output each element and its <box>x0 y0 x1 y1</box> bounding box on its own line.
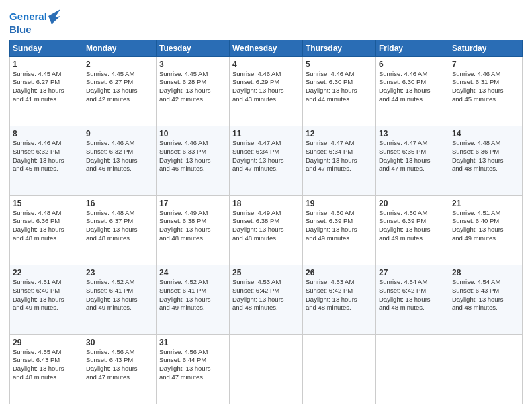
day-number: 27 <box>379 268 446 277</box>
day-number: 10 <box>159 129 226 138</box>
calendar-cell: 3Sunrise: 4:45 AM Sunset: 6:28 PM Daylig… <box>157 56 230 126</box>
calendar-cell: 15Sunrise: 4:48 AM Sunset: 6:36 PM Dayli… <box>10 195 83 265</box>
header-thursday: Thursday <box>303 40 376 56</box>
calendar-cell: 16Sunrise: 4:48 AM Sunset: 6:37 PM Dayli… <box>83 195 157 265</box>
svg-marker-0 <box>48 9 60 24</box>
calendar-cell: 24Sunrise: 4:52 AM Sunset: 6:41 PM Dayli… <box>157 265 230 335</box>
calendar-cell: 19Sunrise: 4:50 AM Sunset: 6:39 PM Dayli… <box>303 195 376 265</box>
logo: General Blue <box>9 9 60 36</box>
calendar-cell: 11Sunrise: 4:47 AM Sunset: 6:34 PM Dayli… <box>230 126 303 196</box>
day-info: Sunrise: 4:55 AM Sunset: 6:43 PM Dayligh… <box>13 348 80 382</box>
day-info: Sunrise: 4:47 AM Sunset: 6:34 PM Dayligh… <box>306 139 373 173</box>
day-info: Sunrise: 4:54 AM Sunset: 6:42 PM Dayligh… <box>379 278 446 312</box>
calendar-cell: 4Sunrise: 4:46 AM Sunset: 6:29 PM Daylig… <box>230 56 303 126</box>
week-row-1: 1Sunrise: 4:45 AM Sunset: 6:27 PM Daylig… <box>10 56 523 126</box>
day-info: Sunrise: 4:46 AM Sunset: 6:32 PM Dayligh… <box>13 139 80 173</box>
day-info: Sunrise: 4:49 AM Sunset: 6:38 PM Dayligh… <box>232 209 300 243</box>
page: General Blue SundayMondayTuesdayWednesda… <box>0 0 532 411</box>
day-number: 30 <box>86 338 153 347</box>
day-number: 1 <box>13 60 80 69</box>
calendar-cell <box>376 334 449 404</box>
day-info: Sunrise: 4:56 AM Sunset: 6:43 PM Dayligh… <box>86 348 153 382</box>
calendar-cell: 26Sunrise: 4:53 AM Sunset: 6:42 PM Dayli… <box>303 265 376 335</box>
day-info: Sunrise: 4:48 AM Sunset: 6:36 PM Dayligh… <box>452 139 519 173</box>
calendar-cell: 18Sunrise: 4:49 AM Sunset: 6:38 PM Dayli… <box>230 195 303 265</box>
day-info: Sunrise: 4:51 AM Sunset: 6:40 PM Dayligh… <box>452 209 519 243</box>
day-number: 4 <box>232 60 300 69</box>
day-info: Sunrise: 4:54 AM Sunset: 6:43 PM Dayligh… <box>452 278 519 312</box>
calendar-table: SundayMondayTuesdayWednesdayThursdayFrid… <box>9 40 523 405</box>
calendar-cell: 31Sunrise: 4:56 AM Sunset: 6:44 PM Dayli… <box>157 334 230 404</box>
day-number: 5 <box>306 60 373 69</box>
calendar-cell: 2Sunrise: 4:45 AM Sunset: 6:27 PM Daylig… <box>83 56 157 126</box>
day-info: Sunrise: 4:53 AM Sunset: 6:42 PM Dayligh… <box>232 278 300 312</box>
day-number: 21 <box>452 199 519 208</box>
day-number: 28 <box>452 268 519 277</box>
header-wednesday: Wednesday <box>230 40 303 56</box>
day-number: 8 <box>13 129 80 138</box>
day-info: Sunrise: 4:46 AM Sunset: 6:30 PM Dayligh… <box>379 70 446 104</box>
day-number: 24 <box>159 268 226 277</box>
week-row-2: 8Sunrise: 4:46 AM Sunset: 6:32 PM Daylig… <box>10 126 523 196</box>
day-number: 13 <box>379 129 446 138</box>
day-info: Sunrise: 4:46 AM Sunset: 6:33 PM Dayligh… <box>159 139 226 173</box>
header-monday: Monday <box>83 40 157 56</box>
day-number: 17 <box>159 199 226 208</box>
day-info: Sunrise: 4:46 AM Sunset: 6:32 PM Dayligh… <box>86 139 153 173</box>
calendar-cell: 14Sunrise: 4:48 AM Sunset: 6:36 PM Dayli… <box>449 126 523 196</box>
day-number: 16 <box>86 199 153 208</box>
day-number: 23 <box>86 268 153 277</box>
calendar-cell <box>449 334 523 404</box>
calendar-header-row: SundayMondayTuesdayWednesdayThursdayFrid… <box>10 40 523 56</box>
header-tuesday: Tuesday <box>157 40 230 56</box>
logo-text-blue: Blue <box>9 24 60 36</box>
calendar-cell: 7Sunrise: 4:46 AM Sunset: 6:31 PM Daylig… <box>449 56 523 126</box>
header: General Blue <box>9 7 523 36</box>
day-info: Sunrise: 4:47 AM Sunset: 6:34 PM Dayligh… <box>232 139 300 173</box>
day-info: Sunrise: 4:53 AM Sunset: 6:42 PM Dayligh… <box>306 278 373 312</box>
day-info: Sunrise: 4:52 AM Sunset: 6:41 PM Dayligh… <box>159 278 226 312</box>
header-sunday: Sunday <box>10 40 83 56</box>
calendar-cell: 13Sunrise: 4:47 AM Sunset: 6:35 PM Dayli… <box>376 126 449 196</box>
logo-bird-icon <box>48 9 60 24</box>
calendar-cell: 12Sunrise: 4:47 AM Sunset: 6:34 PM Dayli… <box>303 126 376 196</box>
week-row-3: 15Sunrise: 4:48 AM Sunset: 6:36 PM Dayli… <box>10 195 523 265</box>
day-number: 3 <box>159 60 226 69</box>
day-info: Sunrise: 4:48 AM Sunset: 6:37 PM Dayligh… <box>86 209 153 243</box>
calendar-cell <box>303 334 376 404</box>
calendar-cell <box>230 334 303 404</box>
calendar-cell: 22Sunrise: 4:51 AM Sunset: 6:40 PM Dayli… <box>10 265 83 335</box>
day-number: 9 <box>86 129 153 138</box>
calendar-cell: 28Sunrise: 4:54 AM Sunset: 6:43 PM Dayli… <box>449 265 523 335</box>
calendar-cell: 23Sunrise: 4:52 AM Sunset: 6:41 PM Dayli… <box>83 265 157 335</box>
header-friday: Friday <box>376 40 449 56</box>
calendar-cell: 25Sunrise: 4:53 AM Sunset: 6:42 PM Dayli… <box>230 265 303 335</box>
day-info: Sunrise: 4:45 AM Sunset: 6:27 PM Dayligh… <box>86 70 153 104</box>
day-info: Sunrise: 4:48 AM Sunset: 6:36 PM Dayligh… <box>13 209 80 243</box>
day-info: Sunrise: 4:46 AM Sunset: 6:29 PM Dayligh… <box>232 70 300 104</box>
calendar-cell: 9Sunrise: 4:46 AM Sunset: 6:32 PM Daylig… <box>83 126 157 196</box>
day-number: 18 <box>232 199 300 208</box>
day-info: Sunrise: 4:51 AM Sunset: 6:40 PM Dayligh… <box>13 278 80 312</box>
day-info: Sunrise: 4:45 AM Sunset: 6:28 PM Dayligh… <box>159 70 226 104</box>
day-number: 14 <box>452 129 519 138</box>
day-info: Sunrise: 4:50 AM Sunset: 6:39 PM Dayligh… <box>306 209 373 243</box>
day-number: 2 <box>86 60 153 69</box>
calendar-cell: 10Sunrise: 4:46 AM Sunset: 6:33 PM Dayli… <box>157 126 230 196</box>
calendar-cell: 8Sunrise: 4:46 AM Sunset: 6:32 PM Daylig… <box>10 126 83 196</box>
week-row-4: 22Sunrise: 4:51 AM Sunset: 6:40 PM Dayli… <box>10 265 523 335</box>
calendar-cell: 30Sunrise: 4:56 AM Sunset: 6:43 PM Dayli… <box>83 334 157 404</box>
day-info: Sunrise: 4:45 AM Sunset: 6:27 PM Dayligh… <box>13 70 80 104</box>
day-number: 29 <box>13 338 80 347</box>
day-info: Sunrise: 4:47 AM Sunset: 6:35 PM Dayligh… <box>379 139 446 173</box>
calendar-cell: 6Sunrise: 4:46 AM Sunset: 6:30 PM Daylig… <box>376 56 449 126</box>
calendar-cell: 1Sunrise: 4:45 AM Sunset: 6:27 PM Daylig… <box>10 56 83 126</box>
calendar-cell: 5Sunrise: 4:46 AM Sunset: 6:30 PM Daylig… <box>303 56 376 126</box>
day-number: 31 <box>159 338 226 347</box>
day-info: Sunrise: 4:46 AM Sunset: 6:31 PM Dayligh… <box>452 70 519 104</box>
calendar-cell: 27Sunrise: 4:54 AM Sunset: 6:42 PM Dayli… <box>376 265 449 335</box>
calendar-cell: 21Sunrise: 4:51 AM Sunset: 6:40 PM Dayli… <box>449 195 523 265</box>
day-number: 7 <box>452 60 519 69</box>
logo-text-general: General <box>9 11 47 23</box>
day-number: 25 <box>232 268 300 277</box>
